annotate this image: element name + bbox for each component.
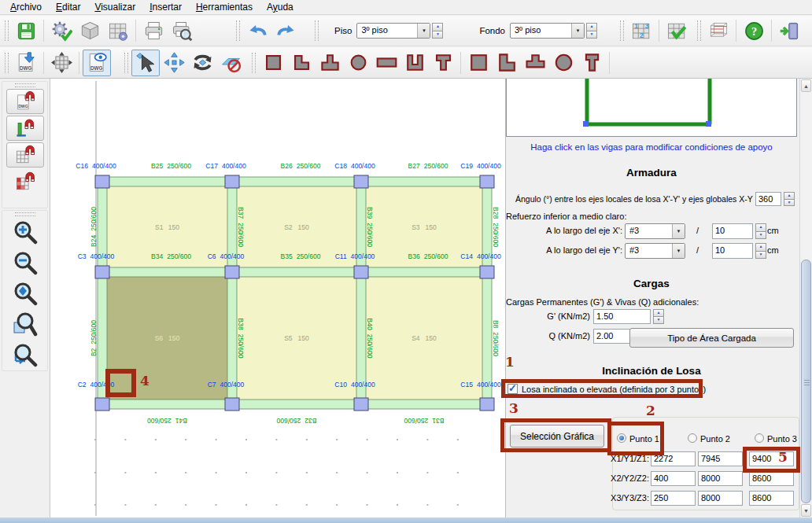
fondo-stepper[interactable]: ▲▼ xyxy=(586,23,597,39)
toolbar-grip[interactable] xyxy=(5,53,9,73)
chevron-down-icon[interactable]: ▼ xyxy=(417,24,430,38)
chevron-down-icon[interactable]: ▼ xyxy=(672,224,685,238)
select-arrow-button[interactable] xyxy=(131,50,160,76)
column-C16[interactable] xyxy=(95,175,109,188)
delete-slab-button[interactable] xyxy=(216,50,245,76)
zoom-in-button[interactable] xyxy=(7,217,43,247)
menu-editar[interactable]: Editar xyxy=(49,1,87,14)
eje-x-bar-combobox[interactable]: #3▼ xyxy=(625,223,685,239)
fondo-combobox[interactable]: 3º piso ▼ xyxy=(510,23,585,39)
menu-insertar[interactable]: Insertar xyxy=(142,1,189,14)
sec-circle-button[interactable] xyxy=(344,50,372,76)
scroll-down-button[interactable]: ▼ xyxy=(801,504,811,517)
sec-L2-button[interactable] xyxy=(493,50,521,76)
zoom-extents-button[interactable] xyxy=(7,278,43,308)
menu-archivo[interactable]: Archivo xyxy=(3,1,49,14)
scrollbar-thumb[interactable] xyxy=(801,260,811,503)
menu-ayuda[interactable]: Ayuda xyxy=(260,1,301,14)
print-preview-button[interactable] xyxy=(168,17,196,44)
support-preview[interactable] xyxy=(506,79,797,137)
menu-visualizar[interactable]: Visualizar xyxy=(87,1,142,14)
grid-numbers-button[interactable]: 132 xyxy=(627,17,655,44)
structural-plan[interactable]: C16400/400C17400/400C18400/400C19400/400… xyxy=(50,79,506,517)
dwg-snap-button[interactable]: DWG xyxy=(6,89,44,114)
sec-circle2-button[interactable] xyxy=(549,50,578,76)
toolbar-grip[interactable] xyxy=(124,53,128,73)
beam-strip[interactable] xyxy=(98,400,492,409)
sec-T2-button[interactable] xyxy=(578,50,606,76)
column-C17[interactable] xyxy=(225,175,239,188)
move-tool-button[interactable] xyxy=(160,50,188,76)
beam-snap-button[interactable] xyxy=(6,116,44,141)
scroll-up-button[interactable]: ▲ xyxy=(801,79,811,92)
eje-y-spacing-input[interactable]: 10 xyxy=(712,243,753,259)
grid-check-button[interactable] xyxy=(663,17,691,44)
concrete-cube-button[interactable] xyxy=(76,17,104,44)
help-button[interactable]: ? xyxy=(740,17,768,44)
chevron-down-icon[interactable]: ▼ xyxy=(672,244,685,258)
column-C6[interactable] xyxy=(225,266,239,278)
column-C19[interactable] xyxy=(480,175,494,188)
sec-rect-button[interactable] xyxy=(372,50,400,76)
beam-strip[interactable] xyxy=(227,177,237,409)
toolbar-grip[interactable] xyxy=(620,20,624,41)
sec-square2-button[interactable] xyxy=(464,50,493,76)
panel-grip[interactable] xyxy=(15,212,35,216)
sec-L-button[interactable] xyxy=(287,50,316,76)
dwg-import-button[interactable]: DWG xyxy=(12,50,40,76)
sec-cross-button[interactable] xyxy=(521,50,549,76)
coord-x1-input[interactable]: 2272 xyxy=(651,451,696,466)
plan-canvas[interactable]: C16400/400C17400/400C18400/400C19400/400… xyxy=(50,79,505,517)
eje-x-spacing-stepper[interactable]: ▲▼ xyxy=(755,223,766,239)
column-C15[interactable] xyxy=(480,398,494,411)
save-button[interactable] xyxy=(12,17,40,44)
angle-stepper[interactable]: ▲▼ xyxy=(784,192,795,206)
beam-strip[interactable] xyxy=(356,177,366,409)
g-load-stepper[interactable]: ▲▼ xyxy=(653,309,664,324)
toolbar-grip[interactable] xyxy=(5,20,9,41)
eje-y-spacing-stepper[interactable]: ▲▼ xyxy=(755,243,766,259)
coord-x3-input[interactable]: 250 xyxy=(651,491,696,506)
toolbar-grip[interactable] xyxy=(697,20,701,41)
zoom-window-button[interactable] xyxy=(7,309,43,339)
toolbar-grip[interactable] xyxy=(236,20,240,41)
panel-grip[interactable] xyxy=(15,83,35,87)
column-C7[interactable] xyxy=(225,398,239,411)
angle-input[interactable]: 360 xyxy=(755,192,781,206)
rotate-tool-button[interactable] xyxy=(188,50,216,76)
coord-y1-input[interactable]: 7945 xyxy=(698,451,743,466)
structure-3d-button[interactable] xyxy=(704,17,733,44)
sec-square-button[interactable] xyxy=(259,50,287,76)
beam-strip[interactable] xyxy=(482,177,492,409)
toolbar-grip[interactable] xyxy=(315,20,319,41)
zoom-out-button[interactable] xyxy=(7,248,43,278)
dwg-view-button[interactable]: DWG xyxy=(83,50,111,76)
eje-x-spacing-input[interactable]: 10 xyxy=(712,223,753,239)
grid-settings-button[interactable] xyxy=(104,17,132,44)
zoom-dynamic-button[interactable] xyxy=(7,340,43,370)
column-C3[interactable] xyxy=(95,266,109,278)
print-button[interactable] xyxy=(139,17,168,44)
coord-z3-input[interactable]: 8600 xyxy=(749,491,794,506)
support-hint-link[interactable]: Haga click en las vigas para modificar c… xyxy=(506,142,797,152)
radio-punto-1[interactable] xyxy=(617,433,626,443)
piso-combobox[interactable]: 3º piso ▼ xyxy=(356,23,430,39)
toolbar-grip[interactable] xyxy=(252,53,256,73)
grid-snap-red-button[interactable] xyxy=(6,169,44,194)
beam-strip[interactable] xyxy=(98,177,492,186)
column-C18[interactable] xyxy=(354,175,368,188)
column-C10[interactable] xyxy=(354,398,368,411)
chevron-down-icon[interactable]: ▼ xyxy=(571,24,584,38)
grid-move-button[interactable] xyxy=(47,50,76,76)
eje-y-bar-combobox[interactable]: #3▼ xyxy=(625,243,685,259)
coord-y3-input[interactable]: 8000 xyxy=(698,491,743,506)
seleccion-grafica-button[interactable]: Selección Gráfica xyxy=(510,425,604,447)
radio-punto-3[interactable] xyxy=(755,433,764,443)
sec-U-button[interactable] xyxy=(400,50,429,76)
tipo-area-cargada-button[interactable]: Tipo de Área Cargada xyxy=(629,328,794,348)
beam-strip[interactable] xyxy=(98,267,492,277)
coord-x2-input[interactable]: 400 xyxy=(651,471,696,486)
coord-z2-input[interactable]: 8600 xyxy=(749,471,794,486)
piso-stepper[interactable]: ▲▼ xyxy=(432,23,443,39)
column-C2[interactable] xyxy=(95,398,109,411)
